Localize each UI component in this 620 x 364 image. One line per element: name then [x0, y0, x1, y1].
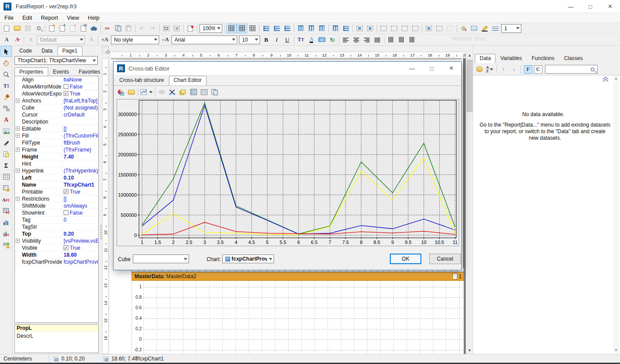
- property-row[interactable]: Width18.60: [15, 251, 98, 258]
- menu-edit[interactable]: Edit: [18, 14, 36, 22]
- text-style-select[interactable]: No style: [111, 35, 159, 44]
- checkbox-icon[interactable]: [64, 84, 68, 89]
- frame-left-icon[interactable]: [378, 24, 389, 33]
- chart-type-icon[interactable]: [139, 87, 153, 97]
- save-report-icon[interactable]: [22, 24, 33, 33]
- expand-icon[interactable]: +: [16, 197, 20, 201]
- tab-classes[interactable]: Classes: [559, 54, 588, 63]
- total-object-tool[interactable]: Σ: [0, 160, 12, 171]
- property-row[interactable]: Description: [15, 118, 98, 125]
- select-tool[interactable]: [0, 46, 12, 57]
- text-flow-1-icon[interactable]: [386, 35, 396, 45]
- property-row[interactable]: +Visibility[vsPreview,vsExport]: [15, 237, 98, 244]
- property-row[interactable]: Cube(Not assigned): [15, 104, 98, 111]
- tab-variables[interactable]: Variables: [495, 54, 527, 63]
- db-table-tool[interactable]: [0, 183, 12, 194]
- copy-icon[interactable]: [113, 24, 123, 33]
- property-row[interactable]: ShiftModesmAlways: [15, 202, 98, 209]
- cube-chart-tool[interactable]: FC: [0, 228, 12, 239]
- text-flow-2-icon[interactable]: [396, 35, 407, 45]
- text-background-icon[interactable]: ab: [317, 35, 327, 45]
- hand-tool[interactable]: [0, 57, 12, 68]
- chart-select[interactable]: fcxpChartProvi: [222, 254, 274, 263]
- sort-icon[interactable]: AZ: [485, 64, 495, 74]
- style-select[interactable]: Default: [37, 35, 85, 44]
- format-painter-tool[interactable]: [0, 92, 12, 102]
- cube-select[interactable]: [133, 254, 189, 263]
- line-color-icon[interactable]: [479, 24, 490, 33]
- scroll-down-icon[interactable]: ▼: [466, 347, 473, 354]
- tab-data[interactable]: Data: [475, 54, 495, 63]
- shape-tool[interactable]: [0, 240, 12, 251]
- checkbox-icon[interactable]: ✓: [64, 189, 68, 194]
- align-h-centers-icon[interactable]: [271, 24, 282, 33]
- cube-grid-tool[interactable]: FC: [0, 205, 12, 216]
- menu-help[interactable]: Help: [83, 14, 104, 22]
- tab-page1[interactable]: Page1: [57, 46, 82, 55]
- data-grid-icon[interactable]: [199, 87, 209, 97]
- collapse-all-icon[interactable]: ↑: [498, 64, 509, 74]
- bold-button[interactable]: B: [261, 35, 271, 45]
- font-size-select[interactable]: 10: [239, 35, 260, 44]
- add-style-icon[interactable]: A: [25, 35, 36, 45]
- property-row[interactable]: Visible✓True: [15, 244, 98, 251]
- rotate-text-icon[interactable]: ↻: [327, 35, 338, 45]
- checkbox-icon[interactable]: [64, 210, 68, 215]
- band-tool[interactable]: [0, 103, 12, 114]
- components-filter-button[interactable]: C: [534, 65, 542, 74]
- new-wizard-icon[interactable]: ★: [46, 24, 57, 33]
- tab-events[interactable]: Events: [48, 67, 74, 76]
- frame-top-icon[interactable]: [399, 24, 410, 33]
- collapse-chevrons-icon[interactable]: [602, 76, 609, 82]
- frame-bottom-icon[interactable]: [410, 24, 420, 33]
- expand-icon[interactable]: +: [16, 239, 20, 243]
- tab-properties[interactable]: Properties: [14, 67, 48, 76]
- font-name-select[interactable]: Arial: [171, 35, 237, 44]
- open-file-icon[interactable]: [126, 87, 136, 97]
- style-selector-icon[interactable]: A: [1, 35, 12, 45]
- grow-font-icon[interactable]: +A: [100, 35, 110, 45]
- object-selector[interactable]: TfcxpChart1: TfcxpChartView: [14, 56, 98, 65]
- new-report-icon[interactable]: [1, 24, 12, 33]
- scroll-up-icon[interactable]: ▲: [466, 52, 473, 59]
- tab-data[interactable]: Data: [37, 46, 57, 55]
- property-row[interactable]: Top0.20: [15, 230, 98, 237]
- text-color-icon[interactable]: A: [306, 35, 317, 45]
- group-icon[interactable]: [161, 24, 171, 33]
- redo-icon[interactable]: ↷: [147, 24, 158, 33]
- menu-view[interactable]: View: [62, 14, 83, 22]
- tools-icon[interactable]: [167, 87, 178, 97]
- property-row[interactable]: +Restrictions[]: [15, 195, 98, 202]
- property-row[interactable]: +Hyperlink(TfrxHyperlink): [15, 167, 98, 174]
- dialog-tab-cross-tab-structure[interactable]: Cross-tab structure: [114, 76, 169, 85]
- menu-report[interactable]: Report: [36, 14, 62, 22]
- align-to-grid-icon[interactable]: [237, 24, 247, 33]
- property-row[interactable]: AlignbaNone: [15, 76, 98, 83]
- dialog-minimize-icon[interactable]: —: [402, 62, 422, 75]
- center-h-in-band-icon[interactable]: [354, 24, 365, 33]
- new-page-icon[interactable]: +: [57, 24, 68, 33]
- copy-chart-icon[interactable]: [209, 87, 220, 97]
- expand-icon[interactable]: +: [16, 127, 20, 131]
- table-object-tool[interactable]: [0, 171, 12, 182]
- property-row[interactable]: AllowMirrorModeFalse: [15, 83, 98, 90]
- close-icon[interactable]: ×: [600, 0, 620, 13]
- minimize-icon[interactable]: —: [561, 0, 581, 13]
- fields-filter-button[interactable]: F: [524, 65, 532, 74]
- data-search-box[interactable]: [545, 65, 598, 74]
- workspace-scrollbar[interactable]: ▲ ▼: [466, 52, 473, 354]
- property-row[interactable]: Left0.10: [15, 174, 98, 181]
- property-row[interactable]: CursorcrDefault: [15, 111, 98, 118]
- property-row[interactable]: fcxpChartProviderfcxpChartProvider1: [15, 258, 98, 265]
- frame-edit-icon[interactable]: [445, 24, 455, 33]
- checkbox-icon[interactable]: ✓: [64, 91, 68, 96]
- shrink-font-icon[interactable]: −A: [160, 35, 171, 45]
- band-captions-icon[interactable]: [185, 24, 196, 33]
- chart-object-tool[interactable]: [0, 217, 12, 228]
- expand-icon[interactable]: +: [16, 169, 20, 173]
- property-row[interactable]: FillTypeftBrush: [15, 139, 98, 146]
- property-row[interactable]: +Anchors[fraLeft,fraTop]: [15, 97, 98, 104]
- italic-button[interactable]: I: [271, 35, 282, 45]
- align-text-left-icon[interactable]: [341, 35, 351, 45]
- frame-none-icon[interactable]: [434, 24, 445, 33]
